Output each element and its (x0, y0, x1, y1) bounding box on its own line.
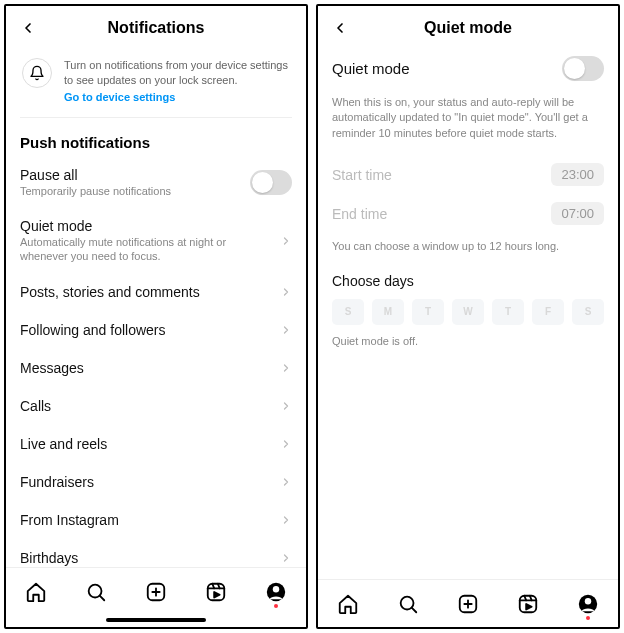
profile-icon[interactable] (576, 592, 600, 616)
tab-bar (318, 579, 618, 627)
svg-marker-21 (526, 604, 532, 610)
device-settings-banner: Turn on notifications from your device s… (20, 50, 292, 118)
day-chip[interactable]: S (332, 299, 364, 325)
window-note: You can choose a window up to 12 hours l… (332, 239, 604, 254)
svg-point-11 (273, 586, 279, 592)
section-push-notifications: Push notifications (20, 134, 292, 151)
svg-marker-9 (214, 592, 220, 598)
nav-row[interactable]: From Instagram (20, 501, 292, 539)
pause-all-row[interactable]: Pause all Temporarily pause notification… (20, 157, 292, 208)
nav-row-label: Following and followers (20, 322, 166, 338)
start-time-value[interactable]: 23:00 (551, 163, 604, 186)
chevron-right-icon (274, 324, 292, 336)
day-chip[interactable]: F (532, 299, 564, 325)
quiet-mode-description: When this is on, your status and auto-re… (332, 95, 604, 141)
nav-row[interactable]: Following and followers (20, 311, 292, 349)
day-chip[interactable]: W (452, 299, 484, 325)
nav-row-label: Live and reels (20, 436, 107, 452)
nav-row-label: Posts, stories and comments (20, 284, 200, 300)
search-icon[interactable] (84, 580, 108, 604)
home-icon[interactable] (24, 580, 48, 604)
day-chip[interactable]: M (372, 299, 404, 325)
nav-row[interactable]: Calls (20, 387, 292, 425)
nav-row-label: From Instagram (20, 512, 119, 528)
nav-row-label: Fundraisers (20, 474, 94, 490)
quiet-mode-toggle-label: Quiet mode (332, 60, 410, 77)
notification-dot (274, 604, 278, 608)
nav-row[interactable]: Messages (20, 349, 292, 387)
pause-all-title: Pause all (20, 167, 250, 183)
search-icon[interactable] (396, 592, 420, 616)
quiet-mode-title: Quiet mode (20, 218, 274, 234)
device-settings-link[interactable]: Go to device settings (64, 90, 290, 105)
reels-icon[interactable] (516, 592, 540, 616)
pause-all-toggle[interactable] (250, 170, 292, 195)
nav-row-label: Calls (20, 398, 51, 414)
bell-icon (22, 58, 52, 88)
nav-row-label: Messages (20, 360, 84, 376)
nav-row[interactable]: Fundraisers (20, 463, 292, 501)
home-icon[interactable] (336, 592, 360, 616)
quiet-mode-toggle-row[interactable]: Quiet mode (332, 50, 604, 91)
svg-point-23 (585, 598, 591, 604)
home-indicator (106, 618, 206, 622)
day-chip[interactable]: T (412, 299, 444, 325)
profile-icon[interactable] (264, 580, 288, 604)
notification-dot (586, 616, 590, 620)
end-time-row[interactable]: End time 07:00 (332, 194, 604, 233)
banner-text: Turn on notifications from your device s… (64, 59, 288, 86)
nav-row[interactable]: Birthdays (20, 539, 292, 567)
end-time-value[interactable]: 07:00 (551, 202, 604, 225)
chevron-right-icon (274, 362, 292, 374)
nav-row-label: Birthdays (20, 550, 78, 566)
page-title: Quiet mode (318, 19, 618, 37)
tab-bar (6, 567, 306, 627)
new-post-icon[interactable] (144, 580, 168, 604)
back-button[interactable] (16, 16, 40, 40)
chevron-right-icon (274, 286, 292, 298)
reels-icon[interactable] (204, 580, 228, 604)
end-time-label: End time (332, 206, 387, 222)
quiet-mode-sub: Automatically mute notifications at nigh… (20, 235, 274, 264)
choose-days-label: Choose days (332, 273, 604, 289)
svg-line-13 (412, 607, 417, 612)
quiet-mode-toggle[interactable] (562, 56, 604, 81)
quiet-mode-row[interactable]: Quiet mode Automatically mute notificati… (20, 208, 292, 274)
new-post-icon[interactable] (456, 592, 480, 616)
pause-all-sub: Temporarily pause notifications (20, 184, 250, 198)
chevron-right-icon (274, 400, 292, 412)
chevron-right-icon (274, 552, 292, 564)
day-chip[interactable]: T (492, 299, 524, 325)
start-time-row[interactable]: Start time 23:00 (332, 155, 604, 194)
day-chip[interactable]: S (572, 299, 604, 325)
chevron-right-icon (274, 235, 292, 247)
back-button[interactable] (328, 16, 352, 40)
chevron-right-icon (274, 514, 292, 526)
start-time-label: Start time (332, 167, 392, 183)
chevron-right-icon (274, 476, 292, 488)
nav-row[interactable]: Live and reels (20, 425, 292, 463)
chevron-right-icon (274, 438, 292, 450)
svg-line-1 (100, 595, 105, 600)
quiet-mode-status: Quiet mode is off. (332, 335, 604, 347)
nav-row[interactable]: Posts, stories and comments (20, 273, 292, 311)
page-title: Notifications (6, 19, 306, 37)
